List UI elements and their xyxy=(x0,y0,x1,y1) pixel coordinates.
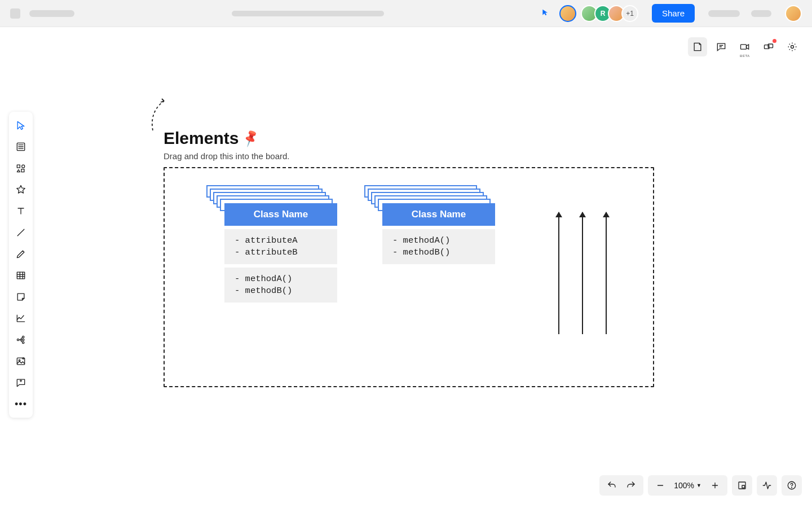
activity-button[interactable] xyxy=(757,475,777,496)
caret-down-icon: ▼ xyxy=(696,483,701,488)
topbar-action-placeholder-2[interactable] xyxy=(751,10,771,17)
zoom-in-button[interactable] xyxy=(706,476,724,494)
topbar-action-placeholder-1[interactable] xyxy=(708,10,740,17)
class-card-methods[interactable]: - methodA() - methodB() xyxy=(382,229,495,264)
arrow-element[interactable] xyxy=(582,212,583,334)
zoom-group: 100%▼ xyxy=(648,475,727,496)
topbar-center xyxy=(81,11,535,16)
top-bar: R +1 Share xyxy=(0,0,812,27)
board-title-placeholder[interactable] xyxy=(29,10,74,17)
share-button[interactable]: Share xyxy=(652,4,695,23)
elements-container[interactable]: Class Name - attributeA - attributeB - m… xyxy=(164,167,654,387)
section-title: Elements xyxy=(164,129,239,148)
arrow-element[interactable] xyxy=(606,212,607,334)
class-card-title[interactable]: Class Name xyxy=(382,203,495,226)
undo-button[interactable] xyxy=(603,476,621,494)
class-card-title[interactable]: Class Name xyxy=(224,203,337,226)
avatar-more[interactable]: +1 xyxy=(621,5,638,22)
section-subtitle: Drag and drop this into the board. xyxy=(164,151,289,161)
help-button[interactable] xyxy=(782,475,802,496)
svg-rect-16 xyxy=(742,485,745,488)
class-card-full-stack[interactable]: Class Name - attributeA - attributeB - m… xyxy=(210,189,323,307)
hand-arrow-icon xyxy=(149,98,172,132)
redo-button[interactable] xyxy=(622,476,640,494)
svg-point-18 xyxy=(792,487,792,488)
section-header: Elements 📌 Drag and drop this into the b… xyxy=(164,129,289,161)
class-card-attributes[interactable]: - attributeA - attributeB xyxy=(224,229,337,264)
avatar-current-user[interactable] xyxy=(559,5,576,22)
bottom-controls: 100%▼ xyxy=(599,475,802,496)
pushpin-icon: 📌 xyxy=(241,129,261,148)
class-card-methods[interactable]: - methodA() - methodB() xyxy=(224,268,337,303)
app-logo-placeholder xyxy=(10,8,20,19)
map-view-button[interactable] xyxy=(732,475,752,496)
class-card-simple-stack[interactable]: Class Name - methodA() - methodB() xyxy=(368,189,480,273)
history-group xyxy=(599,475,643,496)
cursor-indicator-icon xyxy=(541,8,549,18)
avatar-profile[interactable] xyxy=(785,5,802,22)
board-canvas[interactable]: Elements 📌 Drag and drop this into the b… xyxy=(0,27,812,508)
collaborator-avatars: R +1 xyxy=(559,5,638,22)
search-placeholder[interactable] xyxy=(232,11,384,16)
zoom-level[interactable]: 100%▼ xyxy=(670,481,705,490)
arrow-element[interactable] xyxy=(558,212,559,334)
zoom-out-button[interactable] xyxy=(651,476,669,494)
